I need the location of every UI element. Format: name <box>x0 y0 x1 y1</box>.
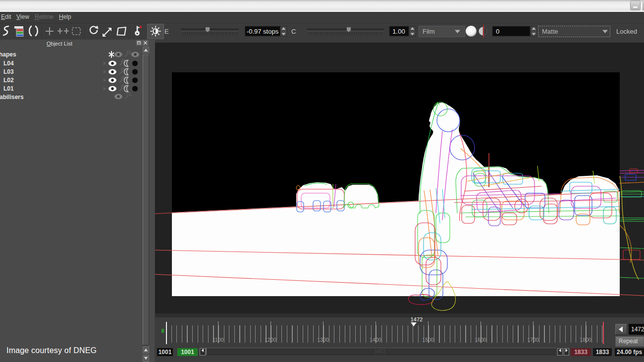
svg-text:0: 0 <box>496 28 499 35</box>
svg-text:Matte: Matte <box>542 28 558 35</box>
svg-text:E: E <box>164 28 169 35</box>
svg-text:-0.97 stops: -0.97 stops <box>247 28 279 35</box>
svg-text:1.00: 1.00 <box>392 28 405 35</box>
svg-text:C: C <box>291 28 296 35</box>
svg-text:Film: Film <box>423 28 435 35</box>
svg-text:Locked: Locked <box>616 28 637 35</box>
